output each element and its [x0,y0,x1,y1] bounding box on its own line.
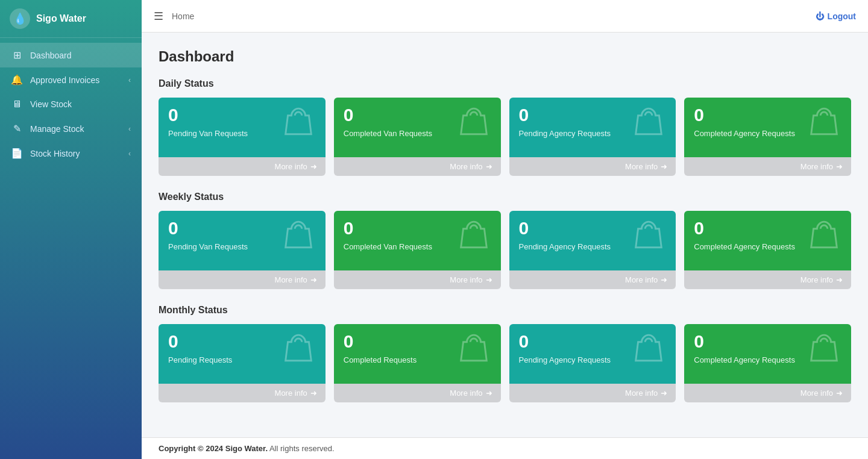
more-info-link: More info ➜ [275,389,317,398]
sidebar: 💧 Sigo Water ⊞ Dashboard 🔔 Approved Invo… [0,0,142,459]
sidebar-item-dashboard[interactable]: ⊞ Dashboard [0,43,142,67]
sidebar-item-label: View Stock [30,99,131,109]
bag-icon [280,217,317,257]
monthly-cards-row: 0 Pending Requests More info ➜ [159,324,851,402]
arrow-right-icon: ➜ [836,275,843,284]
card-footer[interactable]: More info ➜ [159,384,326,402]
arrow-right-icon: ➜ [661,389,667,398]
card-label: Completed Agency Requests [694,129,795,138]
logout-label: Logout [828,11,856,21]
card-body: 0 Pending Agency Requests [509,211,676,270]
logout-button[interactable]: ⏻ Logout [816,11,856,21]
bell-icon: 🔔 [11,74,23,86]
more-info-label: More info [625,275,658,284]
card-count: 0 [519,333,611,351]
sidebar-item-view-stock[interactable]: 🖥 View Stock [0,92,142,116]
bag-icon [805,217,843,257]
logo-icon: 💧 [10,8,30,29]
more-info-link: More info ➜ [800,162,843,171]
arrow-right-icon: ➜ [310,275,317,284]
card-footer[interactable]: More info ➜ [684,270,851,289]
weekly-card-0: 0 Pending Van Requests More info ➜ [159,211,326,289]
topbar: ☰ Home ⏻ Logout [142,0,868,33]
hamburger-icon[interactable]: ☰ [154,10,163,23]
main-area: ☰ Home ⏻ Logout Dashboard Daily Status 0… [142,0,868,459]
card-label: Completed Van Requests [344,129,432,138]
sidebar-item-approved-invoices[interactable]: 🔔 Approved Invoices ‹ [0,67,142,92]
edit-icon: ✎ [11,123,23,134]
sidebar-item-label: Dashboard [30,51,131,60]
more-info-link: More info ➜ [800,275,843,284]
bag-icon [805,330,843,370]
card-info: 0 Completed Van Requests [344,219,432,251]
footer-brand: Copyright © 2024 Sigo Water. [159,444,268,453]
sidebar-item-label: Stock History [30,149,128,158]
card-body: 0 Pending Requests [159,324,326,384]
power-icon: ⏻ [816,11,824,21]
card-footer[interactable]: More info ➜ [509,270,676,289]
card-footer[interactable]: More info ➜ [684,384,851,402]
card-count: 0 [694,333,795,351]
content-area: Dashboard Daily Status 0 Pending Van Req… [142,33,868,437]
arrow-right-icon: ➜ [836,389,843,398]
card-body: 0 Pending Agency Requests [509,98,676,157]
sidebar-item-manage-stock[interactable]: ✎ Manage Stock ‹ [0,116,142,141]
arrow-right-icon: ➜ [486,275,492,284]
more-info-link: More info ➜ [625,162,667,171]
card-body: 0 Completed Agency Requests [684,98,851,157]
card-footer[interactable]: More info ➜ [159,157,326,176]
arrow-right-icon: ➜ [486,389,492,398]
daily-cards-row: 0 Pending Van Requests More info ➜ [159,98,851,176]
more-info-link: More info ➜ [450,162,492,171]
card-count: 0 [519,106,611,124]
weekly-status-title: Weekly Status [159,192,851,202]
daily-status-section: Daily Status 0 Pending Van Requests [159,78,851,176]
footer-suffix: All rights reserved. [269,444,335,453]
more-info-label: More info [450,162,482,171]
more-info-link: More info ➜ [275,162,317,171]
chevron-left-icon: ‹ [128,76,131,84]
card-label: Pending Van Requests [168,242,248,251]
card-info: 0 Completed Van Requests [344,106,432,138]
card-count: 0 [344,219,432,237]
sidebar-item-stock-history[interactable]: 📄 Stock History ‹ [0,141,142,166]
card-label: Pending Agency Requests [519,242,611,251]
card-footer[interactable]: More info ➜ [159,270,326,289]
card-footer[interactable]: More info ➜ [684,157,851,176]
monthly-card-3: 0 Completed Agency Requests More info ➜ [684,324,851,402]
more-info-label: More info [800,275,833,284]
card-body: 0 Completed Agency Requests [684,324,851,384]
bag-icon [280,104,317,143]
weekly-card-3: 0 Completed Agency Requests More info ➜ [684,211,851,289]
arrow-right-icon: ➜ [486,162,492,171]
card-footer[interactable]: More info ➜ [509,157,676,176]
weekly-cards-row: 0 Pending Van Requests More info ➜ [159,211,851,289]
daily-card-1: 0 Completed Van Requests More info ➜ [334,98,501,176]
card-info: 0 Pending Agency Requests [519,106,611,138]
more-info-label: More info [275,389,307,398]
card-count: 0 [344,106,432,124]
card-footer[interactable]: More info ➜ [509,384,676,402]
daily-card-3: 0 Completed Agency Requests More info ➜ [684,98,851,176]
monthly-status-section: Monthly Status 0 Pending Requests [159,305,851,402]
card-info: 0 Pending Van Requests [168,106,248,138]
arrow-right-icon: ➜ [310,389,317,398]
card-info: 0 Completed Agency Requests [694,106,795,138]
bag-icon [455,217,492,257]
card-label: Pending Agency Requests [519,355,611,364]
card-info: 0 Completed Agency Requests [694,333,795,364]
more-info-link: More info ➜ [275,275,317,284]
card-label: Completed Agency Requests [694,355,795,364]
monthly-card-0: 0 Pending Requests More info ➜ [159,324,326,402]
more-info-link: More info ➜ [625,275,667,284]
sidebar-item-label: Approved Invoices [30,75,128,85]
card-footer[interactable]: More info ➜ [334,157,501,176]
card-footer[interactable]: More info ➜ [334,384,501,402]
card-info: 0 Pending Van Requests [168,219,248,251]
bag-icon [280,330,317,370]
more-info-link: More info ➜ [450,389,492,398]
card-body: 0 Pending Van Requests [159,98,326,157]
more-info-label: More info [450,275,482,284]
more-info-label: More info [625,162,658,171]
card-footer[interactable]: More info ➜ [334,270,501,289]
